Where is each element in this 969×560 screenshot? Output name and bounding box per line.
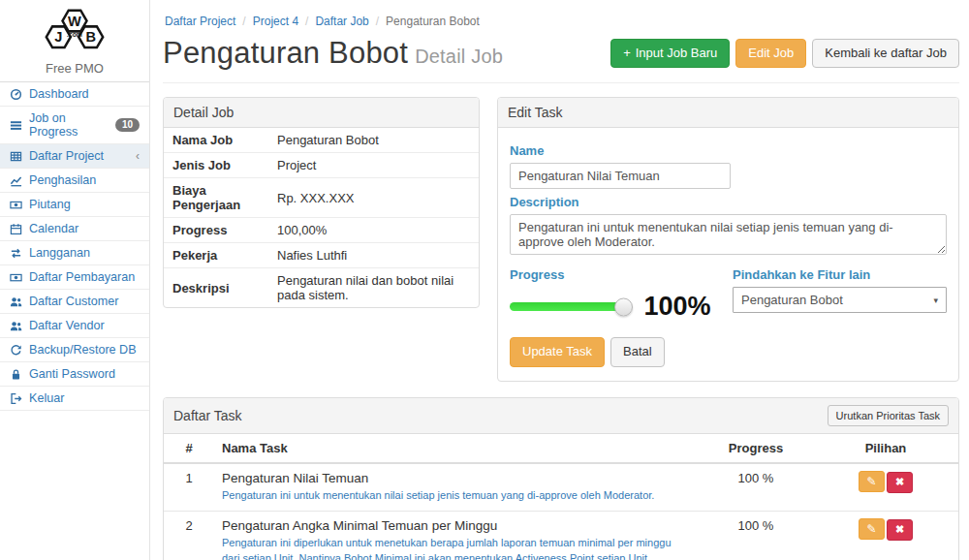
detail-label: Jenis Job: [164, 153, 268, 178]
table-row: Jenis Job Project: [164, 153, 479, 178]
progress-label: Progress: [510, 267, 710, 282]
sidebar-item-label: Job on Progress: [29, 111, 109, 139]
sidebar-item-backup-restore[interactable]: Backup/Restore DB: [0, 338, 149, 362]
calendar-icon: [10, 223, 22, 235]
edit-task-button[interactable]: ✎: [859, 518, 885, 540]
sidebar-item-daftar-project[interactable]: Daftar Project ‹: [0, 144, 149, 169]
edit-task-form: Name Description Progress 100%: [498, 128, 958, 381]
detail-job-panel: Detail Job Nama Job Pengaturan Bobot Jen…: [163, 97, 480, 308]
task-description: Pengaturan ini untuk menentukan nilai se…: [222, 488, 691, 504]
sidebar-item-dashboard[interactable]: Dashboard: [0, 82, 149, 107]
sidebar-item-daftar-vendor[interactable]: Daftar Vendor: [0, 314, 149, 338]
chevron-left-icon: ‹: [136, 150, 140, 162]
input-job-baru-label: Input Job Baru: [636, 46, 718, 62]
kembali-ke-daftar-job-button[interactable]: Kembali ke daftar Job: [812, 39, 959, 69]
sidebar-item-calendar[interactable]: Calendar: [0, 217, 149, 241]
task-name: Pengaturan Nilai Temuan: [222, 471, 691, 485]
name-label: Name: [510, 143, 947, 158]
daftar-task-panel-header: Daftar Task Urutkan Prioritas Task: [164, 398, 958, 434]
delete-task-button[interactable]: ✖: [887, 519, 913, 541]
sidebar-item-label: Daftar Vendor: [29, 319, 105, 332]
input-job-baru-button[interactable]: +Input Job Baru: [610, 39, 730, 69]
delete-task-button[interactable]: ✖: [887, 472, 913, 493]
daftar-task-panel: Daftar Task Urutkan Prioritas Task # Nam…: [163, 397, 959, 560]
breadcrumb-link-daftar-project[interactable]: Daftar Project: [165, 15, 235, 28]
page-header: Pengaturan BobotDetail Job +Input Job Ba…: [163, 32, 959, 83]
money-icon: [10, 271, 22, 284]
progress-column: Progress 100%: [510, 262, 710, 322]
update-task-button[interactable]: Update Task: [510, 337, 605, 367]
edit-job-button[interactable]: Edit Job: [735, 39, 806, 69]
detail-label: Pekerja: [164, 243, 268, 268]
breadcrumb-link-daftar-job[interactable]: Daftar Job: [315, 15, 368, 28]
sidebar-item-ganti-password[interactable]: Ganti Password: [0, 362, 149, 387]
sidebar-item-keluar[interactable]: Keluar: [0, 387, 149, 411]
detail-value: Pengaturan Bobot: [268, 128, 479, 153]
retweet-icon: [10, 247, 22, 260]
list-icon: [10, 119, 22, 132]
progress-slider-handle[interactable]: [614, 297, 633, 316]
refresh-icon: [10, 344, 22, 357]
sidebar-item-label: Backup/Restore DB: [29, 343, 137, 357]
sidebar-item-label: Daftar Customer: [29, 295, 118, 308]
task-actions: ✎✖: [813, 512, 958, 560]
sidebar-item-label: Langganan: [29, 246, 90, 260]
edit-task-button[interactable]: ✎: [859, 471, 885, 492]
breadcrumb: Daftar Project/Project 4/Daftar Job/Peng…: [163, 0, 959, 32]
edit-task-panel-title: Edit Task: [498, 98, 958, 128]
table-row: Progress 100,00%: [164, 218, 479, 243]
svg-text:J: J: [54, 29, 62, 45]
sidebar-item-job-on-progress[interactable]: Job on Progress 10: [0, 107, 149, 144]
brand-logo[interactable]: J W B .com Free PMO: [0, 0, 149, 82]
svg-text:W: W: [68, 14, 81, 29]
column-header-no: #: [164, 434, 214, 463]
sidebar-item-penghasilan[interactable]: Penghasilan: [0, 169, 149, 193]
detail-job-table: Nama Job Pengaturan Bobot Jenis Job Proj…: [164, 128, 479, 307]
users-icon: [10, 296, 22, 308]
sidebar-item-label: Ganti Password: [29, 367, 115, 381]
move-feature-select[interactable]: Pengaturan Bobot ▾: [733, 287, 947, 313]
edit-task-panel: Edit Task Name Description Progress: [497, 97, 959, 382]
task-name: Pengaturan Angka Minimal Temuan per Ming…: [222, 518, 691, 533]
sidebar-item-label: Piutang: [29, 198, 71, 211]
detail-label: Deskripsi: [164, 268, 268, 308]
dashboard-icon: [10, 88, 22, 101]
page-title-text: Pengaturan Bobot: [163, 36, 408, 70]
move-feature-label: Pindahkan ke Fitur lain: [733, 267, 947, 282]
sidebar-item-daftar-customer[interactable]: Daftar Customer: [0, 290, 149, 314]
table-row: Biaya Pengerjaan Rp. XXX.XXX: [164, 178, 479, 218]
task-description-textarea[interactable]: [510, 214, 947, 255]
pencil-icon: ✎: [866, 522, 876, 536]
task-row: 1 Pengaturan Nilai Temuan Pengaturan ini…: [164, 463, 958, 511]
caret-down-icon: ▾: [933, 296, 938, 305]
task-progress: 100 %: [699, 512, 813, 560]
detail-value: Rp. XXX.XXX: [268, 178, 479, 218]
sidebar-item-piutang[interactable]: Piutang: [0, 193, 149, 217]
task-table: # Nama Task Progress Pilihan 1 Pengatura…: [164, 434, 958, 560]
jwb-hexagon-logo: J W B .com: [37, 8, 112, 56]
sidebar-item-label: Penghasilan: [29, 173, 96, 187]
task-number: 2: [164, 512, 214, 560]
page-title: Pengaturan BobotDetail Job: [163, 36, 503, 71]
breadcrumb-link-project-4[interactable]: Project 4: [253, 15, 298, 28]
sidebar-nav: Dashboard Job on Progress 10 Daftar Proj…: [0, 82, 149, 411]
batal-button[interactable]: Batal: [610, 337, 665, 367]
sign-out-icon: [10, 392, 22, 405]
progress-slider[interactable]: [510, 302, 624, 311]
brand-name: Free PMO: [4, 61, 145, 76]
sidebar-item-langganan[interactable]: Langganan: [0, 241, 149, 265]
sidebar-item-daftar-pembayaran[interactable]: Daftar Pembayaran: [0, 265, 149, 290]
detail-label: Progress: [164, 218, 268, 243]
move-feature-column: Pindahkan ke Fitur lain Pengaturan Bobot…: [733, 262, 947, 322]
detail-value: Nafies Luthfi: [268, 243, 479, 268]
sidebar-item-label: Dashboard: [29, 87, 89, 101]
urutkan-prioritas-task-button-top[interactable]: Urutkan Prioritas Task: [828, 405, 949, 426]
money-icon: [10, 199, 22, 211]
sidebar-item-label: Daftar Pembayaran: [29, 270, 135, 284]
task-cell: Pengaturan Nilai Temuan Pengaturan ini u…: [214, 463, 699, 511]
task-name-input[interactable]: [510, 163, 731, 189]
table-row: Deskripsi Pengaturan nilai dan bobot nil…: [164, 268, 479, 308]
task-actions: ✎✖: [813, 463, 958, 511]
svg-text:.com: .com: [67, 31, 82, 38]
column-header-progress: Progress: [699, 434, 813, 463]
